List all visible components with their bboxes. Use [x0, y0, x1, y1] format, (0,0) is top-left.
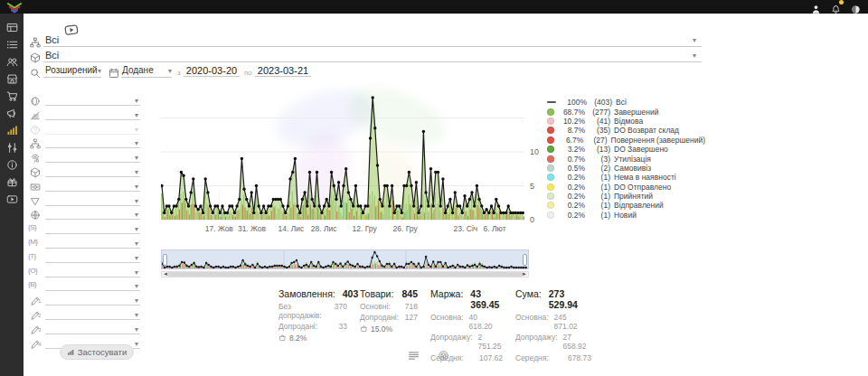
legend-item-11[interactable]: 0.2%(1)Прийнятий — [547, 192, 705, 201]
legend-dot-swatch — [547, 164, 554, 172]
legend-dot-swatch — [547, 118, 554, 125]
globe-icon — [30, 94, 41, 105]
sidebar-item-info[interactable] — [0, 155, 24, 173]
filter-row-7: ▾ — [27, 180, 141, 193]
filter-row-17-select[interactable]: ▾ — [45, 323, 140, 334]
date-from-input[interactable]: 2020-03-20 — [184, 65, 240, 77]
navigator-right-handle[interactable] — [523, 254, 527, 266]
filter-row-10-select[interactable]: ▾ — [45, 222, 140, 234]
legend-item-1[interactable]: 100%(403)Всі — [547, 98, 705, 107]
sidebar-item-video[interactable] — [0, 190, 24, 207]
scroll-right-icon[interactable]: ► — [522, 271, 527, 277]
legend-label: DO Отправлено — [614, 183, 671, 192]
sidebar-item-marketing[interactable] — [0, 104, 24, 121]
product-filter-value: Всі — [45, 50, 59, 61]
date-field-select[interactable]: Додане ▾ — [121, 64, 172, 78]
svg-text:12. Гру: 12. Гру — [353, 224, 378, 233]
sidebar-item-analytics[interactable] — [0, 121, 24, 138]
filter-row-15-select[interactable]: ▾ — [45, 294, 140, 306]
filter-row-4-select[interactable]: ▾ — [45, 136, 140, 148]
filter-row-1-select[interactable]: ▾ — [45, 94, 140, 106]
sidebar-item-orders[interactable] — [0, 35, 24, 52]
legend-item-9[interactable]: 0.2%(1)Нема в наявності — [547, 173, 705, 182]
table-view-icon[interactable] — [408, 349, 420, 361]
sidebar-item-store[interactable] — [0, 70, 24, 87]
legend-label: Відмова — [614, 117, 643, 126]
legend-item-2[interactable]: 68.7%(277)Завершений — [547, 107, 705, 116]
sitemap-icon — [30, 35, 41, 46]
sidebar-item-cart[interactable] — [0, 87, 24, 104]
product-filter-select[interactable]: Всі ▾ — [43, 49, 702, 62]
filter-row-11-select[interactable]: ▾ — [45, 237, 140, 249]
legend-item-5[interactable]: 6.7%(27)Повернення (завершений) — [547, 136, 705, 145]
filter-row-7-select[interactable]: ▾ — [45, 180, 140, 192]
filter-row-9-select[interactable]: ▾ — [45, 208, 140, 220]
chart-navigator[interactable] — [161, 249, 529, 269]
sidebar-item-clients[interactable] — [0, 52, 24, 70]
brand-logo-icon[interactable] — [6, 1, 23, 13]
bell-icon[interactable] — [831, 2, 841, 12]
filter-row-14-select[interactable]: ▾ — [45, 279, 140, 291]
legend-count: (1) — [585, 201, 610, 210]
main-chart[interactable]: 17. Жов31. Жов14. Лис28. Лис12. Гру26. Г… — [161, 90, 524, 235]
legend-label: Новий — [614, 211, 637, 220]
legend-item-7[interactable]: 0.7%(3)Утилізація — [547, 154, 705, 163]
topbar-actions — [811, 1, 861, 13]
legend-item-8[interactable]: 0.5%(2)Самовивіз — [547, 164, 705, 173]
legend-percent: 3.2% — [558, 145, 585, 154]
chevron-down-icon: ▾ — [135, 254, 138, 262]
triangle-filter-icon — [30, 194, 41, 205]
legend-dot-swatch — [547, 146, 554, 153]
filter-row-3: ▾ — [27, 123, 141, 136]
scrollbar-thumb[interactable] — [167, 272, 523, 277]
avatar-icon — [851, 2, 861, 12]
user-icon[interactable] — [811, 2, 821, 12]
svg-text:23. Січ: 23. Січ — [454, 224, 478, 233]
legend-item-12[interactable]: 0.2%(1)Відправлений — [547, 201, 705, 210]
search-mode-select[interactable]: Розширений ▾ — [43, 64, 101, 78]
info-icon — [6, 158, 18, 170]
user-icon — [811, 2, 821, 12]
sidebar-item-settings[interactable] — [0, 138, 24, 155]
stats-column-4: Сума:273 529.94Основна:245 871.02Допрода… — [515, 288, 591, 362]
svg-text:28. Лис: 28. Лис — [311, 224, 338, 233]
stats-sub-label: Середня: — [515, 353, 549, 362]
svg-text:26. Гру: 26. Гру — [393, 224, 419, 233]
filter-row-16-select[interactable]: ▾ — [45, 308, 140, 320]
legend-percent: 0.7% — [558, 155, 585, 164]
legend-item-4[interactable]: 8.7%(35)DO Возврат склад — [547, 126, 705, 135]
search-icon[interactable] — [30, 66, 41, 77]
legend-item-6[interactable]: 3.2%(13)DO Завершено — [547, 145, 705, 154]
dashboard-icon — [6, 21, 18, 33]
date-to-input[interactable]: 2023-03-21 — [255, 65, 311, 77]
chart-scrollbar[interactable]: ◄ ► — [161, 271, 529, 277]
stats-sub-label: Допродажу: — [430, 333, 473, 351]
product-box-icon[interactable] — [438, 349, 449, 361]
avatar-icon[interactable] — [851, 2, 861, 12]
legend-item-13[interactable]: 0.2%(1)Новий — [547, 211, 705, 220]
legend-item-10[interactable]: 0.2%(1)DO Отправлено — [547, 183, 705, 192]
stats-sub-value: 245 871.02 — [554, 313, 591, 331]
filter-row-6-select[interactable]: ▾ — [45, 165, 140, 177]
fingerprint-icon — [30, 151, 41, 162]
legend-label: Самовивіз — [614, 164, 651, 173]
filter-row-6: ▾ — [27, 165, 141, 178]
svg-text:31. Жов: 31. Жов — [238, 224, 267, 233]
filter-row-5-select[interactable]: ▾ — [45, 151, 140, 163]
filter-row-13-select[interactable]: ▾ — [45, 266, 140, 277]
navigator-left-handle[interactable] — [163, 254, 167, 266]
filter-row-14: {B}▾ — [27, 279, 141, 292]
legend-item-3[interactable]: 10.2%(41)Відмова — [547, 117, 705, 126]
filter-row-8-select[interactable]: ▾ — [45, 194, 140, 206]
status-filter-select[interactable]: Всі ▾ — [43, 33, 702, 47]
chart-plot[interactable]: 17. Жов31. Жов14. Лис28. Лис12. Гру26. Г… — [161, 90, 524, 235]
filter-row-2-select[interactable]: ▾ — [45, 108, 140, 120]
filter-row-12: {T}▾ — [27, 251, 141, 264]
sidebar-item-gifts[interactable] — [0, 173, 24, 190]
apply-button[interactable]: Застосувати — [60, 344, 134, 360]
legend-percent: 0.2% — [558, 183, 585, 192]
sidebar-item-dashboard[interactable] — [0, 18, 24, 35]
filter-row-12-select[interactable]: ▾ — [45, 251, 140, 263]
filter-row-3-select: ▾ — [45, 123, 140, 135]
navigator-plot[interactable] — [162, 250, 528, 270]
